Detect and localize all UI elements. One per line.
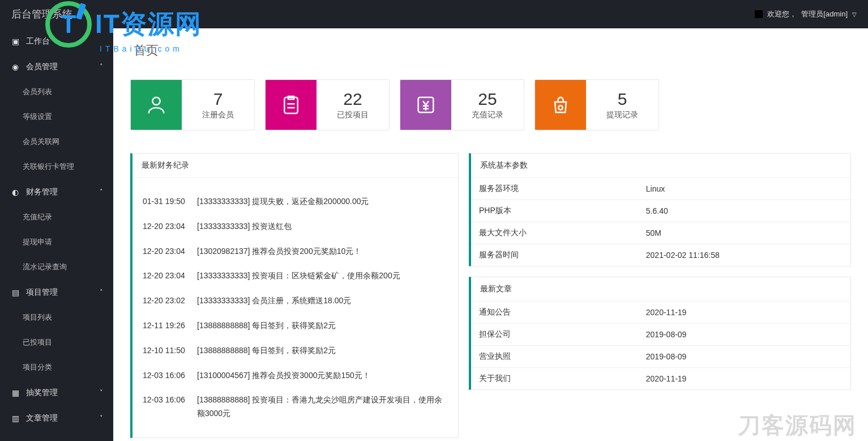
sysinfo-val: Linux — [638, 178, 850, 200]
stats-row: 7注册会员22已投项目25充值记录5提现记录 — [130, 79, 851, 130]
chevron-down-icon: ▽ — [852, 11, 857, 18]
globe-icon: ◐ — [10, 188, 20, 197]
sysinfo-val: 5.6.40 — [638, 200, 850, 222]
table-row[interactable]: 通知公告2020-11-19 — [471, 302, 850, 324]
sysinfo-key: PHP版本 — [471, 200, 638, 222]
sidebar: ▣工作台◉会员管理˄会员列表等级设置会员关联网关联银行卡管理◐财务管理˄充值纪录… — [0, 28, 113, 441]
finance-text: [13888888888] 每日签到，获得奖励2元 — [197, 319, 448, 333]
finance-time: 01-31 19:50 — [143, 195, 197, 209]
finance-panel: 最新财务纪录 01-31 19:50[13333333333] 提现失败，返还金… — [130, 153, 459, 438]
articles-panel-title: 最新文章 — [471, 277, 850, 302]
article-date: 2020-11-19 — [638, 302, 850, 324]
stat-value: 22 — [343, 90, 362, 109]
sysinfo-table: 服务器环境LinuxPHP版本5.6.40最大文件大小50M服务器时间2021-… — [471, 178, 850, 266]
sidebar-subitem-1-2[interactable]: 会员关联网 — [0, 129, 113, 154]
doc-icon: ▤ — [10, 288, 20, 297]
stat-card-0[interactable]: 7注册会员 — [130, 79, 255, 130]
sysinfo-key: 服务器时间 — [471, 244, 638, 266]
finance-time: 12-20 23:02 — [143, 294, 197, 308]
finance-time: 12-11 19:26 — [143, 319, 197, 333]
finance-row: 12-10 11:50[13888888888] 每日签到，获得奖励2元 — [143, 338, 448, 363]
sysinfo-panel: 系统基本参数 服务器环境LinuxPHP版本5.6.40最大文件大小50M服务器… — [469, 153, 851, 266]
system-title: 后台管理系统 — [11, 7, 72, 21]
finance-list: 01-31 19:50[13333333333] 提现失败，返还金额200000… — [132, 178, 458, 438]
sysinfo-val: 50M — [638, 222, 850, 244]
articles-table: 通知公告2020-11-19担保公司2019-08-09营业执照2019-08-… — [471, 302, 850, 389]
sidebar-subitem-1-0[interactable]: 会员列表 — [0, 79, 113, 104]
sidebar-subitem-2-2[interactable]: 流水记录查询 — [0, 255, 113, 279]
table-row: 服务器环境Linux — [471, 178, 850, 200]
panel-row: 最新财务纪录 01-31 19:50[13333333333] 提现失败，返还金… — [130, 153, 851, 438]
sidebar-item-5[interactable]: ▥文章管理˅ — [0, 405, 113, 431]
finance-row: 01-31 19:50[13333333333] 提现失败，返还金额200000… — [143, 189, 448, 214]
finance-time: 12-03 16:06 — [143, 393, 197, 407]
sidebar-item-label: 项目管理 — [26, 287, 58, 298]
sidebar-subitem-3-1[interactable]: 已投项目 — [0, 330, 113, 355]
sidebar-item-3[interactable]: ▤项目管理˄ — [0, 279, 113, 305]
sidebar-subitem-3-0[interactable]: 项目列表 — [0, 305, 113, 330]
breadcrumb: 首页 — [134, 42, 851, 59]
sidebar-subitem-1-1[interactable]: 等级设置 — [0, 104, 113, 129]
table-row[interactable]: 关于我们2020-11-19 — [471, 368, 850, 390]
top-header: 后台管理系统 欢迎您， 管理员[admin] ▽ — [0, 0, 868, 28]
finance-text: [13888888888] 每日签到，获得奖励2元 — [197, 344, 448, 358]
sidebar-item-4[interactable]: ▦抽奖管理˅ — [0, 380, 113, 405]
stat-card-3[interactable]: 5提现记录 — [535, 79, 659, 130]
sidebar-item-label: 工作台 — [26, 36, 50, 46]
finance-row: 12-11 19:26[13888888888] 每日签到，获得奖励2元 — [143, 313, 448, 338]
finance-text: [13888888888] 投资项目：香港九龙尖沙咀房产建设开发项目，使用余额3… — [197, 393, 448, 421]
sidebar-subitem-1-3[interactable]: 关联银行卡管理 — [0, 154, 113, 179]
user-role: 管理员[admin] — [801, 9, 848, 19]
article-date: 2019-08-09 — [638, 346, 850, 368]
stat-card-2[interactable]: 25充值记录 — [400, 79, 524, 130]
stat-card-1[interactable]: 22已投项目 — [265, 79, 390, 130]
yuan-icon — [400, 80, 451, 130]
sidebar-subitem-2-0[interactable]: 充值纪录 — [0, 205, 113, 230]
sidebar-subitem-3-2[interactable]: 项目分类 — [0, 355, 113, 380]
sidebar-item-label: 会员管理 — [26, 62, 58, 72]
grid4-icon: ▦ — [10, 388, 20, 397]
sidebar-subitem-2-1[interactable]: 提现申请 — [0, 230, 113, 255]
sysinfo-key: 最大文件大小 — [471, 222, 638, 244]
finance-row: 12-03 16:06[13100004567] 推荐会员投资3000元奖励15… — [143, 363, 448, 388]
sidebar-item-label: 抽奖管理 — [26, 388, 58, 398]
grid-icon: ▣ — [10, 37, 20, 46]
finance-text: [13333333333] 投资送红包 — [197, 220, 448, 234]
finance-text: [13333333333] 提现失败，返还金额200000.00元 — [197, 195, 448, 209]
stat-value: 25 — [478, 90, 497, 109]
article-title: 关于我们 — [471, 368, 638, 390]
stat-value: 5 — [618, 90, 627, 109]
finance-row: 12-20 23:04[13333333333] 投资送红包 — [143, 214, 448, 239]
sidebar-item-2[interactable]: ◐财务管理˄ — [0, 179, 113, 205]
finance-time: 12-10 11:50 — [143, 344, 197, 358]
user-menu[interactable]: 欢迎您， 管理员[admin] ▽ — [755, 9, 857, 19]
chevron-up-icon: ˄ — [100, 188, 103, 196]
chevron-up-icon: ˄ — [100, 289, 103, 296]
stat-label: 提现记录 — [606, 110, 638, 120]
sysinfo-val: 2021-02-02 11:16:58 — [638, 244, 850, 266]
finance-panel-title: 最新财务纪录 — [132, 154, 458, 178]
svg-point-3 — [558, 105, 562, 109]
article-title: 通知公告 — [471, 302, 638, 324]
table-row[interactable]: 营业执照2019-08-09 — [471, 346, 850, 368]
stat-label: 充值记录 — [472, 110, 503, 120]
chevron-down-icon: ˅ — [100, 389, 103, 396]
article-date: 2020-11-19 — [638, 368, 850, 390]
finance-time: 12-20 23:04 — [143, 245, 197, 258]
sidebar-item-0[interactable]: ▣工作台 — [0, 28, 113, 54]
sidebar-item-1[interactable]: ◉会员管理˄ — [0, 54, 113, 79]
page-icon: ▥ — [10, 414, 20, 423]
table-row[interactable]: 担保公司2019-08-09 — [471, 324, 850, 346]
sidebar-item-label: 财务管理 — [26, 187, 58, 197]
table-row: 最大文件大小50M — [471, 222, 850, 244]
article-title: 营业执照 — [471, 346, 638, 368]
user-icon — [131, 80, 182, 130]
finance-time: 12-20 23:04 — [143, 269, 197, 283]
welcome-text: 欢迎您， — [767, 9, 797, 19]
sysinfo-key: 服务器环境 — [471, 178, 638, 200]
finance-text: [13333333333] 投资项目：区块链紫金矿，使用余额200元 — [197, 269, 448, 283]
sysinfo-panel-title: 系统基本参数 — [471, 154, 850, 178]
finance-text: [13333333333] 会员注册，系统赠送18.00元 — [197, 294, 448, 308]
finance-time: 12-03 16:06 — [143, 369, 197, 383]
avatar — [755, 10, 763, 18]
